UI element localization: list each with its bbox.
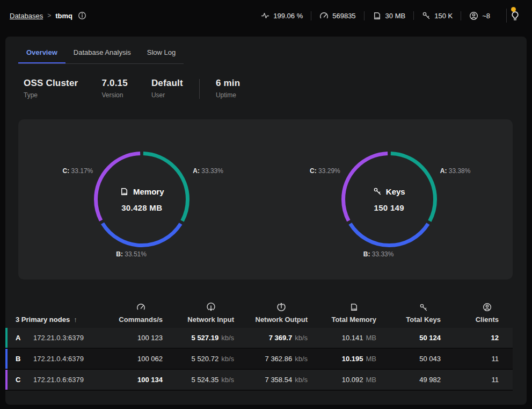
- column-header-commands[interactable]: Commands/s: [105, 303, 163, 324]
- node-letter: C: [16, 376, 33, 384]
- key-icon: [422, 11, 431, 20]
- donut: Memory30.428 MB: [94, 152, 190, 247]
- tabs: OverviewDatabase AnalysisSlow Log: [18, 45, 184, 63]
- cell-total-memory: 10.092MB: [308, 376, 376, 384]
- column-header-nodes[interactable]: 3 Primary nodes ↑: [5, 315, 105, 324]
- column-label: Total Memory: [331, 315, 376, 324]
- clients-icon: [483, 303, 492, 312]
- nodes-header-label: 3 Primary nodes: [16, 315, 70, 324]
- segment-label-a: A: 33.33%: [193, 167, 223, 175]
- column-header-clients[interactable]: Clients: [441, 303, 499, 324]
- cell-clients: 11: [441, 376, 499, 384]
- topbar: Databases > tbmq 199.06 %56983530 MB150 …: [0, 0, 532, 31]
- column-label: Commands/s: [119, 315, 163, 324]
- cell-commands: 100 123: [105, 334, 163, 342]
- cell-network-input: 5 524.35kb/s: [163, 376, 234, 384]
- info-type: OSS ClusterType: [24, 78, 78, 99]
- chart-title: Memory: [133, 187, 164, 196]
- table-row-node-c[interactable]: C172.21.0.6:6379100 1345 524.35kb/s7 358…: [5, 370, 513, 391]
- info-value: OSS Cluster: [24, 78, 78, 89]
- unit-label: kb/s: [221, 334, 234, 342]
- network-input-icon: [206, 302, 216, 312]
- node-address: 172.21.0.4:6379: [33, 355, 84, 363]
- breadcrumb-separator: >: [47, 12, 51, 19]
- topbar-metric[interactable]: 30 MB: [364, 11, 414, 20]
- unit-label: MB: [366, 355, 377, 363]
- donut-chart-memory: Memory30.428 MBA: 33.33%B: 33.51%C: 33.1…: [18, 119, 266, 279]
- info-value: Default: [151, 78, 183, 89]
- chart-value: 30.428 MB: [121, 203, 162, 212]
- column-label: Network Output: [256, 315, 308, 324]
- tab-overview[interactable]: Overview: [18, 45, 65, 63]
- donut: Keys150 149: [341, 152, 437, 247]
- memory-icon: [373, 11, 382, 20]
- topbar-metric[interactable]: ~8: [461, 11, 498, 20]
- table-row-node-a[interactable]: A172.21.0.3:6379100 1235 527.19kb/s7 369…: [5, 328, 513, 349]
- topbar-metric[interactable]: 150 K: [413, 11, 461, 20]
- node-cell: A172.21.0.3:6379: [5, 334, 105, 342]
- cell-clients: 11: [441, 355, 499, 363]
- metric-value: 199.06 %: [273, 12, 303, 20]
- topbar-metrics: 199.06 %56983530 MB150 K~8: [253, 11, 498, 20]
- info-user: DefaultUser: [151, 78, 183, 99]
- cell-network-input: 5 520.72kb/s: [163, 355, 234, 363]
- node-letter: B: [16, 355, 33, 363]
- memory-icon: [120, 187, 129, 196]
- commands-icon: [136, 303, 145, 312]
- column-label: Total Keys: [406, 315, 441, 324]
- info-row: OSS ClusterType7.0.15VersionDefaultUser6…: [24, 78, 513, 99]
- unit-label: kb/s: [221, 376, 234, 384]
- metric-value: 150 K: [434, 12, 453, 20]
- column-label: Network Input: [187, 315, 234, 324]
- notifications-button[interactable]: [506, 9, 523, 23]
- segment-label-c: C: 33.17%: [63, 167, 93, 175]
- lightbulb-icon: [510, 11, 520, 21]
- tab-slow-log[interactable]: Slow Log: [139, 45, 184, 63]
- cell-network-output: 7 369.7kb/s: [234, 334, 308, 342]
- node-address: 172.21.0.3:6379: [33, 334, 84, 342]
- column-header-network-input[interactable]: Network Input: [163, 302, 234, 324]
- breadcrumb-databases-link[interactable]: Databases: [10, 12, 43, 20]
- info-label: Version: [101, 91, 127, 99]
- info-uptime: 6 minUptime: [216, 78, 240, 99]
- unit-label: MB: [366, 376, 377, 384]
- info-icon[interactable]: [78, 11, 86, 20]
- segment-label-a: A: 33.38%: [440, 167, 471, 175]
- topbar-metric[interactable]: 199.06 %: [253, 11, 311, 20]
- tab-database-analysis[interactable]: Database Analysis: [65, 45, 139, 63]
- sort-asc-icon: ↑: [74, 315, 77, 324]
- unit-label: kb/s: [295, 334, 308, 342]
- column-header-total-memory[interactable]: Total Memory: [308, 303, 376, 324]
- breadcrumb-current: tbmq: [55, 12, 72, 20]
- donut-center: Memory30.428 MB: [94, 152, 190, 247]
- cell-network-input: 5 527.19kb/s: [163, 334, 234, 342]
- cell-commands: 100 134: [105, 376, 163, 384]
- table-row-node-b[interactable]: B172.21.0.4:6379100 0625 520.72kb/s7 362…: [5, 349, 513, 370]
- cell-total-keys: 50 043: [376, 355, 441, 363]
- network-output-icon: [276, 302, 286, 312]
- vertical-divider: [199, 79, 200, 99]
- chart-title: Keys: [386, 187, 405, 196]
- key-icon: [373, 187, 382, 196]
- topbar-right: 199.06 %56983530 MB150 K~8: [253, 9, 523, 23]
- info-label: Type: [24, 91, 78, 99]
- table-header: 3 Primary nodes ↑ Commands/sNetwork Inpu…: [5, 302, 513, 328]
- column-header-network-output[interactable]: Network Output: [234, 302, 308, 324]
- metric-value: ~8: [482, 12, 490, 20]
- donut-center: Keys150 149: [341, 152, 437, 247]
- cell-total-keys: 50 124: [376, 334, 441, 342]
- segment-label-c: C: 33.29%: [310, 167, 340, 175]
- cell-total-memory: 10.195MB: [308, 355, 376, 363]
- unit-label: MB: [366, 334, 377, 342]
- unit-label: kb/s: [295, 376, 308, 384]
- cell-total-memory: 10.141MB: [308, 334, 376, 342]
- metric-value: 569835: [332, 12, 355, 20]
- topbar-metric[interactable]: 569835: [311, 11, 363, 20]
- memory-icon: [349, 303, 359, 312]
- cell-total-keys: 49 982: [376, 376, 441, 384]
- info-version: 7.0.15Version: [101, 78, 127, 99]
- column-header-total-keys[interactable]: Total Keys: [376, 303, 441, 324]
- cell-network-output: 7 362.86kb/s: [234, 355, 308, 363]
- breadcrumb: Databases > tbmq: [10, 11, 86, 20]
- segment-label-b: B: 33.33%: [363, 250, 394, 258]
